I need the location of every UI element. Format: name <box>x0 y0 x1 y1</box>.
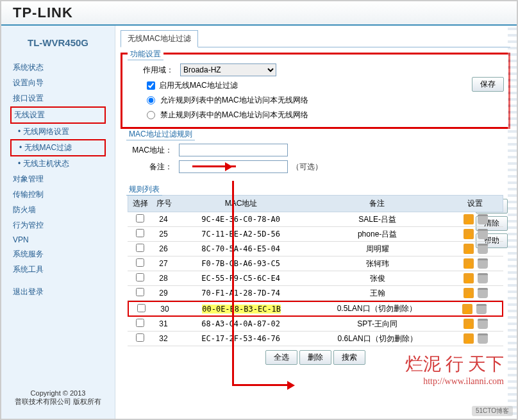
legend-rule: MAC地址过滤规则 <box>126 129 195 140</box>
delete-icon[interactable] <box>478 319 488 329</box>
edit-icon[interactable] <box>462 304 472 314</box>
row-checkbox[interactable] <box>136 288 144 296</box>
scope-select[interactable]: Broada-HZ <box>180 63 276 76</box>
table-header: 选择 序号 MAC地址 备注 设置 <box>128 195 503 212</box>
delete-button[interactable]: 删除 <box>299 350 331 365</box>
row-checkbox[interactable] <box>136 229 144 237</box>
delete-icon[interactable] <box>478 244 488 254</box>
sidebar-logout[interactable]: 退出登录 <box>10 285 106 299</box>
model-label: TL-WVR450G <box>1 32 115 60</box>
sidebar-sub-mac-filter[interactable]: • 无线MAC过滤 <box>10 139 106 156</box>
enable-checkbox[interactable] <box>147 81 155 90</box>
row-mac: 68-A3-C4-0A-87-02 <box>175 318 306 330</box>
row-mac: F0-7B-CB-A6-93-C5 <box>175 258 306 269</box>
remark-input[interactable] <box>179 160 288 173</box>
sidebar-item-object[interactable]: 对象管理 <box>10 172 106 187</box>
table-row: 2970-F1-A1-28-7D-74王翰 <box>128 286 503 301</box>
sidebar-item-interface[interactable]: 接口设置 <box>10 91 106 106</box>
row-checkbox[interactable] <box>136 258 144 267</box>
edit-icon[interactable] <box>464 258 474 269</box>
scope-label: 作用域： <box>129 65 180 76</box>
brand-logo: TP-LINK <box>13 4 73 21</box>
row-remark: 0.5LAN口（切勿删除） <box>306 302 447 315</box>
filter-rule-box: MAC地址过滤规则 MAC地址： 备注： （可选） <box>121 134 510 184</box>
edit-icon[interactable] <box>464 229 474 239</box>
sidebar-item-firewall[interactable]: 防火墙 <box>10 203 106 217</box>
delete-icon[interactable] <box>476 304 487 314</box>
tab-mac-filter[interactable]: 无线MAC地址过滤 <box>121 30 198 47</box>
sidebar-item-tools[interactable]: 系统工具 <box>10 262 106 277</box>
row-mac: EC-17-2F-53-46-76 <box>175 333 306 344</box>
row-remark: 周明耀 <box>306 242 448 256</box>
row-remark: phone-吕益 <box>306 228 448 241</box>
sidebar-item-vpn[interactable]: VPN <box>10 233 106 246</box>
row-mac: 8C-70-5A-46-E5-04 <box>175 243 306 255</box>
table-row: 268C-70-5A-46-E5-04周明耀 <box>128 242 503 256</box>
sidebar-sub-wlan-settings[interactable]: • 无线网络设置 <box>10 124 106 139</box>
table-row: 257C-11-BE-A2-5D-56phone-吕益 <box>128 227 503 242</box>
row-checkbox[interactable] <box>136 319 144 327</box>
row-checkbox[interactable] <box>136 244 144 252</box>
delete-icon[interactable] <box>478 258 488 269</box>
allow-radio[interactable] <box>147 96 155 105</box>
legend-function: 功能设置 <box>128 49 163 60</box>
legend-list: 规则列表 <box>126 184 162 196</box>
sidebar-item-status[interactable]: 系统状态 <box>10 60 106 75</box>
row-no: 31 <box>152 318 175 330</box>
select-all-button[interactable]: 全选 <box>265 350 297 365</box>
row-checkbox[interactable] <box>136 273 144 281</box>
sidebar-item-wireless[interactable]: 无线设置 <box>10 106 106 124</box>
mac-label: MAC地址： <box>128 145 179 156</box>
row-no: 24 <box>152 214 175 225</box>
delete-icon[interactable] <box>478 214 488 224</box>
th-no: 序号 <box>153 196 176 212</box>
row-remark: 张俊 <box>306 272 448 285</box>
torn-edge-icon <box>508 26 517 419</box>
sidebar: TL-WVR450G 系统状态 设置向导 接口设置 无线设置 • 无线网络设置 … <box>1 26 115 419</box>
function-settings-box: 功能设置 作用域： Broada-HZ 启用无线MAC地址过滤 允许规则列表中的… <box>121 53 510 129</box>
search-button[interactable]: 搜索 <box>333 350 365 365</box>
table-row: 28EC-55-F9-C5-6C-E4张俊 <box>128 271 503 286</box>
row-no: 28 <box>152 273 175 284</box>
edit-icon[interactable] <box>464 319 474 329</box>
row-checkbox[interactable] <box>136 214 144 223</box>
row-mac: 9C-4E-36-C0-78-A0 <box>175 214 306 225</box>
enable-label: 启用无线MAC地址过滤 <box>159 80 238 91</box>
delete-icon[interactable] <box>478 333 488 344</box>
optional-hint: （可选） <box>292 162 322 172</box>
allow-label: 允许规则列表中的MAC地址访问本无线网络 <box>160 95 308 106</box>
row-checkbox[interactable] <box>137 304 146 312</box>
table-row: 3168-A3-C4-0A-87-02SPT-王向同 <box>128 317 503 332</box>
edit-icon[interactable] <box>464 244 474 254</box>
sidebar-item-wizard[interactable]: 设置向导 <box>10 76 106 90</box>
row-remark: 张轲玮 <box>306 257 448 271</box>
table-row: 32EC-17-2F-53-46-760.6LAN口（切勿删除） <box>128 332 503 346</box>
row-checkbox[interactable] <box>136 333 144 342</box>
edit-icon[interactable] <box>464 333 474 344</box>
rule-list-box: 规则列表 选择 序号 MAC地址 备注 设置 249C-4E-36-C0-78-… <box>121 189 510 372</box>
main-panel: 无线MAC地址过滤 功能设置 作用域： Broada-HZ 启用无线MAC地址过… <box>115 26 517 419</box>
delete-icon[interactable] <box>478 229 488 239</box>
top-bar: TP-LINK <box>1 1 517 26</box>
th-remark: 备注 <box>306 196 447 212</box>
sidebar-item-transfer[interactable]: 传输控制 <box>10 187 106 202</box>
delete-icon[interactable] <box>478 288 488 298</box>
sidebar-item-services[interactable]: 系统服务 <box>10 247 106 262</box>
save-button[interactable]: 保存 <box>472 77 504 92</box>
table-row: 3000-0E-E8-B3-EC-1B0.5LAN口（切勿删除） <box>128 301 503 317</box>
sidebar-item-behavior[interactable]: 行为管控 <box>10 218 106 233</box>
table-row: 249C-4E-36-C0-78-A0SALE-吕益 <box>128 212 503 227</box>
mac-input[interactable] <box>179 144 288 156</box>
edit-icon[interactable] <box>464 288 474 298</box>
deny-radio[interactable] <box>147 111 155 119</box>
row-remark: SALE-吕益 <box>306 213 448 226</box>
row-no: 30 <box>153 303 176 315</box>
row-remark: 0.6LAN口（切勿删除） <box>306 332 448 346</box>
delete-icon[interactable] <box>478 273 488 283</box>
source-badge: 51CTO博客 <box>472 406 513 416</box>
sidebar-sub-wlan-hosts[interactable]: • 无线主机状态 <box>10 156 106 171</box>
row-remark: 王翰 <box>306 287 448 300</box>
th-mac: MAC地址 <box>176 196 306 212</box>
edit-icon[interactable] <box>464 214 474 224</box>
edit-icon[interactable] <box>464 273 474 283</box>
